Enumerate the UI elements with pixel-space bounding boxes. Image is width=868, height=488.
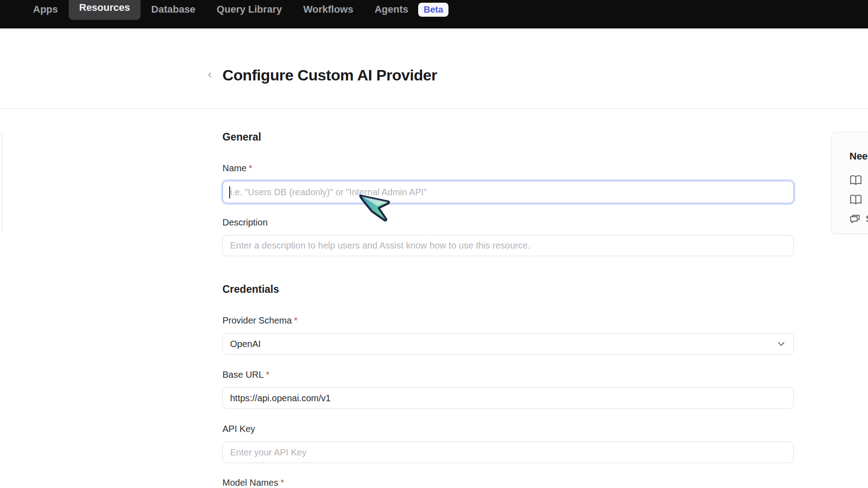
help-panel-title: Nee <box>849 150 868 162</box>
name-input[interactable] <box>222 181 794 203</box>
header-divider <box>0 108 868 109</box>
nav-item-query-library[interactable]: Query Library <box>217 4 282 15</box>
api-key-input[interactable] <box>222 441 794 463</box>
section-heading-general: General <box>222 131 261 143</box>
top-nav: Apps Resources Database Query Library Wo… <box>0 0 868 28</box>
beta-badge: Beta <box>418 3 448 17</box>
chat-icon <box>849 214 860 224</box>
help-link-guide[interactable] <box>849 194 868 206</box>
model-names-label: Model Names* <box>222 478 284 488</box>
nav-item-database[interactable]: Database <box>151 4 196 15</box>
required-asterisk: * <box>294 315 297 325</box>
base-url-label: Base URL* <box>222 370 269 380</box>
help-link-docs[interactable] <box>849 175 868 187</box>
page: Apps Resources Database Query Library Wo… <box>0 0 868 488</box>
name-label: Name* <box>222 163 252 174</box>
nav-item-resources[interactable]: Resources <box>69 0 141 20</box>
text-caret <box>229 186 230 198</box>
nav-item-agents[interactable]: Agents <box>374 4 408 15</box>
api-key-label: API Key <box>222 424 255 434</box>
book-icon <box>849 175 862 187</box>
nav-item-workflows[interactable]: Workflows <box>303 4 354 15</box>
help-panel: Nee S <box>831 132 868 234</box>
back-button[interactable]: ‹ <box>203 68 216 80</box>
book-icon <box>849 194 862 206</box>
description-label: Description <box>222 217 268 228</box>
side-card-left <box>0 132 3 234</box>
provider-schema-select[interactable]: OpenAI <box>222 333 794 355</box>
page-title: Configure Custom AI Provider <box>222 66 437 84</box>
description-input[interactable] <box>222 235 794 256</box>
help-link-support[interactable]: S <box>849 214 868 224</box>
chevron-down-icon <box>776 339 786 349</box>
provider-schema-value: OpenAI <box>230 339 261 349</box>
section-heading-credentials: Credentials <box>222 283 279 296</box>
required-asterisk: * <box>280 478 284 488</box>
nav-item-apps[interactable]: Apps <box>33 4 58 15</box>
provider-schema-label: Provider Schema* <box>222 315 297 326</box>
required-asterisk: * <box>249 163 252 173</box>
base-url-input[interactable] <box>222 387 794 409</box>
required-asterisk: * <box>266 370 269 380</box>
